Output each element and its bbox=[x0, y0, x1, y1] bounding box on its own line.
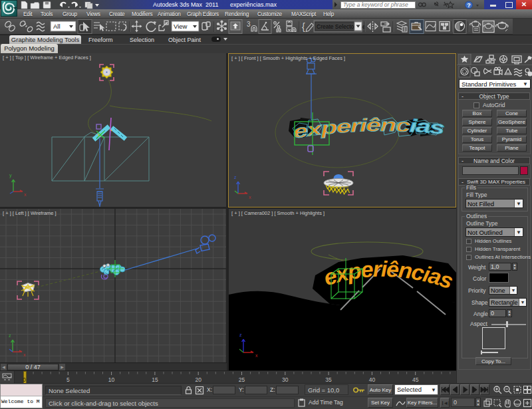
svg-text:z: z bbox=[239, 333, 242, 337]
svg-text:3: 3 bbox=[247, 21, 251, 28]
svg-text:{: { bbox=[302, 21, 305, 32]
svg-text:45: 45 bbox=[412, 376, 419, 383]
svg-text:30: 30 bbox=[282, 376, 289, 383]
svg-text:?: ? bbox=[467, 2, 471, 9]
svg-text:25: 25 bbox=[239, 376, 245, 383]
svg-text:15: 15 bbox=[152, 376, 158, 383]
svg-text:All: All bbox=[53, 23, 61, 30]
svg-text:z: z bbox=[234, 175, 237, 180]
svg-text:z: z bbox=[9, 333, 11, 338]
svg-text:40: 40 bbox=[369, 376, 376, 383]
svg-text:10: 10 bbox=[108, 376, 115, 383]
svg-text:x: x bbox=[255, 353, 258, 358]
svg-text:x: x bbox=[24, 192, 27, 197]
svg-text:5: 5 bbox=[66, 376, 70, 383]
svg-text:35: 35 bbox=[325, 376, 332, 383]
svg-text:experiências: experiências bbox=[291, 115, 446, 142]
svg-text:y: y bbox=[9, 173, 12, 178]
svg-text:x: x bbox=[249, 195, 251, 200]
svg-text:View: View bbox=[174, 23, 188, 30]
svg-text:x: x bbox=[23, 352, 26, 357]
svg-text:20: 20 bbox=[195, 376, 201, 383]
